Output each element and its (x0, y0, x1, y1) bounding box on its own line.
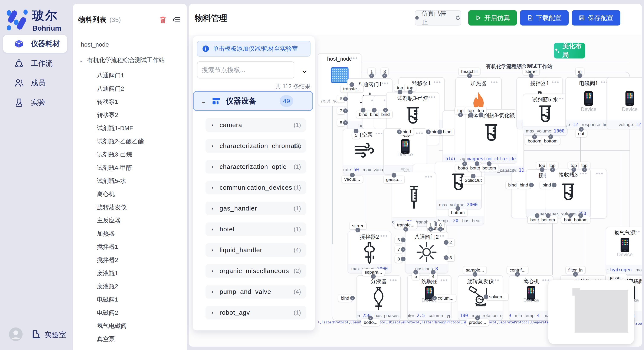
port-handle-icon[interactable]: ‹ (540, 167, 544, 172)
port-8[interactable]: 8‹ (436, 221, 444, 229)
node-menu-icon[interactable]: ••• (434, 79, 441, 85)
port-separa[interactable]: separa...‹ (362, 269, 384, 276)
port-7[interactable]: 7› (337, 107, 345, 114)
category-row-robot_agv[interactable]: ›robot_agv(1) (206, 306, 306, 319)
tree-item[interactable]: 试剂瓶5-水 (97, 177, 126, 185)
port-botto[interactable]: botto...› (361, 319, 380, 326)
port-handle-icon[interactable]: › (579, 127, 584, 132)
tree-item[interactable]: 搅拌器1 (97, 243, 118, 251)
port-handle-icon[interactable]: › (475, 316, 480, 321)
port-top[interactable]: top‹ (578, 162, 590, 169)
port-handle-icon[interactable]: › (487, 161, 492, 166)
port-handle-icon[interactable]: ‹ (529, 73, 534, 78)
tree-item[interactable]: 试剂瓶1-DMF (97, 124, 133, 132)
port-3[interactable]: 3‹ (447, 254, 454, 261)
node-搅拌器2[interactable]: 搅拌器2•••max_speed: 2000 (348, 231, 392, 273)
node-menu-icon[interactable]: ••• (380, 233, 388, 239)
node-menu-icon[interactable]: ••• (376, 130, 383, 137)
port-bind[interactable]: bind› (540, 181, 554, 189)
lab-row[interactable]: 实验室 (0, 328, 72, 347)
port-handle-icon[interactable]: › (431, 270, 436, 275)
port-stirrer[interactable]: stirrer‹ (523, 68, 540, 75)
port-1[interactable]: 1‹ (368, 68, 376, 75)
port-6[interactable]: 6› (337, 95, 345, 103)
port-bind[interactable]: bind‹ (400, 128, 414, 136)
sidebar-item-workflow[interactable]: 工作流 (3, 54, 67, 72)
node-氢气气源[interactable]: 氢气气源•••Device_type: hydrogenmax_pre (606, 227, 642, 275)
node-八通阀门2[interactable]: 八通阀门2•••positions: 8 (405, 231, 448, 273)
port-handle-icon[interactable]: › (401, 247, 406, 252)
port-handle-icon[interactable]: › (413, 270, 418, 275)
minimap[interactable] (548, 280, 634, 344)
node-menu-icon[interactable]: ••• (492, 277, 500, 283)
port-handle-icon[interactable]: ‹ (397, 130, 402, 134)
avatar[interactable] (9, 328, 22, 341)
tree-item[interactable]: 八通阀门2 (97, 85, 124, 93)
tree-item[interactable]: 电磁阀2 (97, 309, 118, 317)
port-handle-icon[interactable]: › (456, 206, 460, 211)
port-top[interactable]: top‹ (536, 162, 548, 169)
search-input[interactable] (197, 61, 294, 78)
trash-icon[interactable] (159, 15, 167, 24)
port-handle-icon[interactable]: › (383, 108, 388, 113)
tree-item[interactable]: 八通阀门1 (97, 71, 124, 80)
port-8[interactable]: 8‹ (381, 68, 388, 75)
node-试剂瓶5-水[interactable]: 试剂瓶5-水•••max_volume: 1000 (523, 94, 568, 136)
port-handle-icon[interactable]: › (350, 296, 355, 301)
port-handle-icon[interactable]: › (532, 134, 537, 139)
port-handle-icon[interactable]: ‹ (572, 167, 576, 172)
port-4[interactable]: 4› (429, 273, 437, 280)
port-top[interactable]: top‹ (475, 107, 486, 114)
tree-group[interactable]: ⌄有机化学流程综合测试工作站 (79, 56, 164, 64)
port-transfe[interactable]: transfe...› (340, 85, 363, 93)
port-transfe[interactable]: transfe...‹ (394, 221, 417, 229)
port-handle-icon[interactable]: › (368, 316, 373, 321)
refresh-icon[interactable] (455, 15, 461, 21)
port-bind[interactable]: bind› (517, 181, 531, 189)
port-handle-icon[interactable]: ‹ (432, 296, 437, 301)
port-bottom[interactable]: bottom› (541, 137, 560, 145)
port-handle-icon[interactable]: › (578, 213, 583, 218)
port-handle-icon[interactable]: ‹ (484, 295, 488, 299)
port-bottom[interactable]: bottom› (448, 209, 467, 216)
port-vacuu[interactable]: vacuu...› (342, 176, 363, 183)
category-row-gas_handler[interactable]: ›gas_handler(1) (206, 201, 306, 215)
port-top[interactable]: top‹ (547, 162, 558, 169)
port-handle-icon[interactable]: ‹ (438, 130, 442, 134)
port-top[interactable]: top‹ (465, 107, 476, 114)
download-config-button[interactable]: 下载配置 (520, 10, 568, 25)
port-5[interactable]: 5› (412, 273, 420, 280)
port-top[interactable]: top‹ (404, 84, 416, 91)
node-card[interactable]: •••Devicevoltage: 12 (606, 77, 642, 129)
port-handle-icon[interactable]: › (475, 161, 480, 166)
port-handle-icon[interactable]: › (354, 129, 358, 133)
tree-item[interactable]: 氢气电磁阀 (97, 322, 127, 330)
port-handle-icon[interactable]: ‹ (468, 113, 473, 117)
port-handle-icon[interactable]: › (552, 183, 556, 187)
node-离心机[interactable]: 离心机•••Devicep: 40min_temp: 4max_spe (509, 275, 553, 320)
port-8[interactable]: 8› (337, 119, 345, 126)
category-row-characterization_optic[interactable]: ›characterization_optic(1) (206, 160, 306, 174)
sidebar-item-members[interactable]: 成员 (3, 74, 67, 92)
node-menu-icon[interactable]: ••• (542, 277, 550, 283)
port-top[interactable]: top‹ (394, 84, 406, 91)
port-stirrer[interactable]: stirrer‹ (350, 222, 366, 229)
port-handle-icon[interactable]: › (372, 108, 376, 113)
tree-root[interactable]: host_node (81, 41, 109, 48)
node-menu-icon[interactable]: ••• (596, 170, 604, 177)
sim-status-pill[interactable]: 仿真已停止 (415, 10, 461, 25)
port-handle-icon[interactable]: ‹ (578, 73, 582, 78)
tree-item[interactable]: 转移泵2 (97, 111, 118, 119)
category-row-pump_and_valve[interactable]: ›pump_and_valve(4) (206, 285, 306, 299)
node-menu-icon[interactable]: ••• (382, 80, 389, 87)
port-sample[interactable]: sample...‹ (463, 266, 486, 274)
node-menu-icon[interactable]: ••• (491, 79, 498, 85)
port-1[interactable]: 1‹ (427, 221, 434, 229)
port-top[interactable]: top‹ (568, 162, 579, 169)
category-row-hotel[interactable]: ›hotel(1) (206, 222, 306, 236)
port-2[interactable]: 2‹ (447, 239, 454, 246)
port-centrif[interactable]: centrif...‹ (507, 266, 528, 274)
port-solven[interactable]: solven...‹ (486, 293, 508, 301)
node-menu-icon[interactable]: ••• (633, 228, 640, 235)
node-menu-icon[interactable]: ••• (428, 94, 436, 100)
